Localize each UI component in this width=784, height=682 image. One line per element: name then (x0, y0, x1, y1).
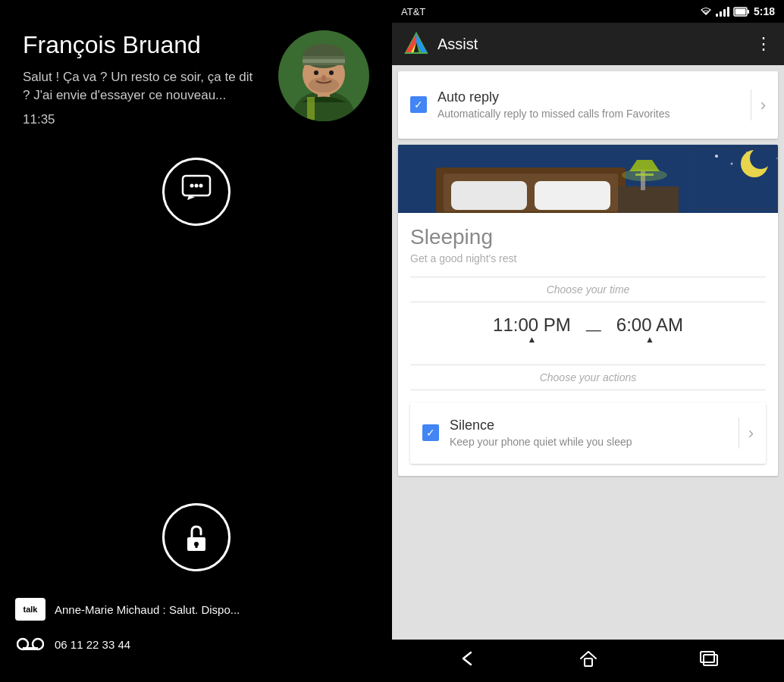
overflow-menu-button[interactable]: ⋮ (755, 34, 772, 54)
contact-info: François Bruand Salut ! Ça va ? Un resto… (23, 30, 263, 127)
home-button[interactable] (563, 643, 613, 679)
svg-point-34 (731, 163, 733, 165)
svg-rect-51 (585, 659, 592, 666)
reply-button-container (0, 158, 392, 226)
choose-time-label: Choose your time (410, 277, 766, 302)
svg-point-33 (715, 155, 718, 158)
start-time: 11:00 PM (493, 314, 571, 336)
sleeping-card: Sleeping Get a good night's rest Choose … (398, 145, 778, 476)
contact-time: 11:35 (23, 112, 263, 127)
signal-icon (716, 6, 729, 17)
avatar (278, 30, 369, 121)
app-bar: Assist ⋮ (392, 23, 784, 65)
svg-point-7 (314, 70, 318, 75)
voicemail-notification: 06 11 22 33 44 (15, 629, 377, 659)
right-panel: AT&T 5:18 (392, 0, 784, 682)
app-title: Assist (437, 36, 746, 53)
sleeping-content: Sleeping Get a good night's rest Choose … (398, 213, 778, 476)
svg-point-10 (309, 77, 339, 92)
status-bar: AT&T 5:18 (392, 0, 784, 23)
silence-text: Silence Keep your phone quiet while you … (450, 418, 735, 449)
voicemail-icon (15, 633, 45, 655)
wifi-icon (700, 6, 712, 17)
svg-point-8 (329, 70, 334, 75)
svg-rect-53 (704, 655, 717, 665)
bottom-section: talk Anne-Marie Michaud : Salut. Dispo..… (0, 503, 392, 682)
silence-subtitle: Keep your phone quiet while you sleep (450, 435, 735, 449)
notification-text-2: 06 11 22 33 44 (55, 638, 130, 651)
sleeping-banner (398, 145, 778, 213)
left-panel: François Bruand Salut ! Ça va ? Un resto… (0, 0, 392, 682)
checkbox-checked-icon: ✓ (410, 96, 427, 113)
notifications-list: talk Anne-Marie Michaud : Salut. Dispo..… (0, 594, 392, 659)
svg-rect-52 (701, 652, 714, 662)
sleeping-title: Sleeping (410, 225, 766, 249)
app-logo (404, 32, 428, 56)
auto-reply-chevron[interactable]: › (754, 95, 766, 115)
start-time-container[interactable]: 11:00 PM ▲ (493, 314, 571, 345)
silence-title: Silence (450, 418, 735, 433)
choose-actions-label: Choose your actions (410, 364, 766, 390)
reply-icon (181, 174, 212, 208)
auto-reply-card: ✓ Auto reply Automatically reply to miss… (398, 71, 778, 139)
sleeping-subtitle: Get a good night's rest (410, 252, 766, 264)
nav-bar (392, 640, 784, 682)
svg-point-15 (199, 184, 202, 188)
recents-button[interactable] (684, 644, 734, 677)
svg-rect-18 (195, 544, 197, 548)
auto-reply-subtitle: Automatically reply to missed calls from… (437, 107, 748, 120)
status-time: 5:18 (754, 5, 775, 17)
time-range: 11:00 PM ▲ — 6:00 AM ▲ (410, 314, 766, 352)
content-area: ✓ Auto reply Automatically reply to miss… (392, 65, 784, 640)
carrier-label: AT&T (401, 6, 425, 17)
svg-rect-24 (735, 8, 745, 14)
end-time-caret: ▲ (616, 334, 683, 345)
card-divider (751, 89, 751, 120)
auto-reply-text: Auto reply Automatically reply to missed… (437, 89, 748, 120)
notification-text-1: Anne-Marie Michaud : Salut. Dispo... (55, 603, 240, 616)
end-time-container[interactable]: 6:00 AM ▲ (616, 314, 683, 345)
silence-divider (739, 418, 739, 449)
notification-item: talk Anne-Marie Michaud : Salut. Dispo..… (15, 594, 377, 624)
silence-item[interactable]: ✓ Silence Keep your phone quiet while yo… (422, 411, 754, 455)
status-icons: 5:18 (700, 5, 775, 17)
svg-point-50 (622, 169, 667, 181)
talk-icon: talk (15, 598, 45, 621)
auto-reply-item[interactable]: ✓ Auto reply Automatically reply to miss… (410, 83, 766, 127)
contact-name: François Bruand (23, 30, 263, 59)
silence-checkbox-icon: ✓ (422, 424, 439, 441)
svg-point-14 (194, 184, 198, 188)
unlock-button-container (0, 503, 392, 571)
svg-rect-11 (307, 97, 315, 120)
svg-point-39 (750, 148, 771, 169)
auto-reply-title: Auto reply (437, 89, 748, 105)
battery-icon (733, 7, 750, 17)
contact-header: François Bruand Salut ! Ça va ? Un resto… (0, 0, 392, 127)
silence-chevron[interactable]: › (742, 424, 754, 443)
svg-rect-44 (451, 181, 527, 210)
back-button[interactable] (442, 643, 494, 678)
svg-rect-23 (747, 10, 749, 14)
svg-point-13 (190, 184, 193, 188)
silence-checkbox[interactable]: ✓ (422, 424, 441, 443)
svg-rect-6 (303, 59, 345, 63)
svg-rect-21 (23, 647, 38, 650)
contact-message: Salut ! Ça va ? Un resto ce soir, ça te … (23, 68, 263, 105)
end-time: 6:00 AM (616, 314, 683, 336)
auto-reply-checkbox[interactable]: ✓ (410, 96, 428, 114)
svg-rect-46 (618, 186, 679, 213)
unlock-button[interactable] (162, 503, 230, 571)
start-time-caret: ▲ (493, 334, 571, 345)
time-separator: — (586, 321, 601, 339)
svg-rect-45 (535, 181, 610, 210)
reply-button[interactable] (162, 158, 230, 226)
silence-card: ✓ Silence Keep your phone quiet while yo… (410, 402, 766, 464)
